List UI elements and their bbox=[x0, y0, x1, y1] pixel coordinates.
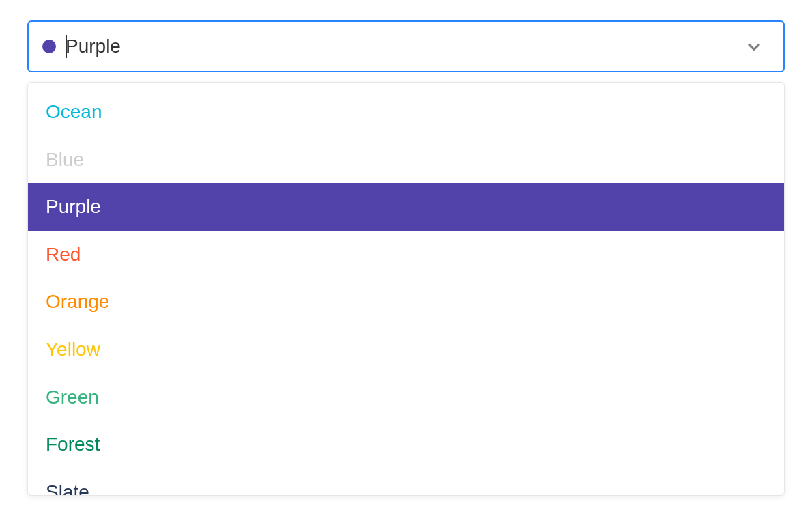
selected-color-dot bbox=[42, 40, 56, 53]
option-red[interactable]: Red bbox=[28, 231, 784, 279]
indicators bbox=[731, 22, 772, 71]
option-yellow[interactable]: Yellow bbox=[28, 326, 784, 373]
text-cursor bbox=[66, 35, 67, 58]
option-ocean[interactable]: Ocean bbox=[28, 88, 784, 136]
select-control[interactable]: Purple bbox=[27, 20, 785, 72]
dropdown-indicator[interactable] bbox=[731, 22, 772, 71]
selected-value-label: Purple bbox=[66, 36, 121, 57]
chevron-down-icon bbox=[744, 36, 764, 57]
option-slate[interactable]: Slate bbox=[28, 468, 784, 496]
selected-value-text: Purple bbox=[66, 36, 121, 57]
option-green[interactable]: Green bbox=[28, 373, 784, 421]
option-forest[interactable]: Forest bbox=[28, 421, 784, 468]
select-menu: OceanBluePurpleRedOrangeYellowGreenFores… bbox=[27, 82, 785, 496]
color-select[interactable]: Purple OceanBluePurpleRedOrangeYellowGre… bbox=[27, 20, 785, 72]
option-blue: Blue bbox=[28, 136, 784, 184]
value-container[interactable]: Purple bbox=[42, 36, 731, 57]
menu-list: OceanBluePurpleRedOrangeYellowGreenFores… bbox=[28, 83, 784, 496]
option-purple[interactable]: Purple bbox=[28, 183, 784, 231]
option-orange[interactable]: Orange bbox=[28, 278, 784, 326]
